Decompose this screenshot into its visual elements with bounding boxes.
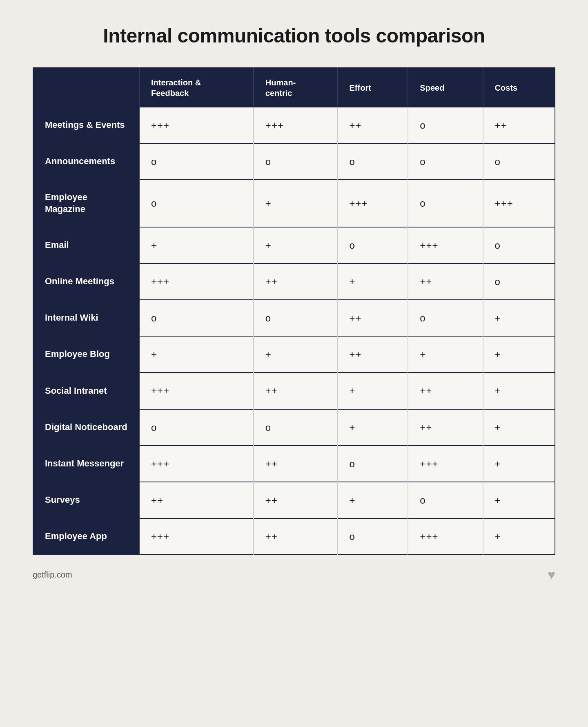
row-speed-value: ++ — [408, 409, 483, 446]
comparison-table-wrapper: Interaction &Feedback Human-centric Effo… — [33, 67, 555, 555]
row-speed-value: o — [408, 143, 483, 180]
row-effort-value: o — [338, 518, 408, 555]
footer: getflip.com ♥ — [33, 567, 555, 582]
row-human-value: o — [254, 409, 338, 446]
row-tool-label: Employee Blog — [33, 336, 139, 372]
row-tool-label: Surveys — [33, 482, 139, 518]
row-interaction-value: +++ — [139, 446, 254, 482]
row-effort-value: +++ — [338, 180, 408, 227]
row-human-value: + — [254, 180, 338, 227]
row-costs-value: + — [483, 482, 555, 518]
row-costs-value: o — [483, 227, 555, 263]
table-row: Internal Wikioo++o+ — [33, 300, 555, 336]
row-human-value: ++ — [254, 518, 338, 555]
row-human-value: ++ — [254, 263, 338, 300]
table-row: Online Meetings++++++++o — [33, 263, 555, 300]
header-tool — [33, 68, 139, 107]
table-row: EmployeeMagazineo++++o+++ — [33, 180, 555, 227]
row-speed-value: o — [408, 482, 483, 518]
row-effort-value: ++ — [338, 336, 408, 372]
header-interaction: Interaction &Feedback — [139, 68, 254, 107]
row-tool-label: Social Intranet — [33, 372, 139, 409]
table-row: Instant Messenger+++++o++++ — [33, 446, 555, 482]
row-speed-value: +++ — [408, 518, 483, 555]
table-header: Interaction &Feedback Human-centric Effo… — [33, 68, 555, 107]
row-speed-value: +++ — [408, 446, 483, 482]
comparison-table: Interaction &Feedback Human-centric Effo… — [33, 67, 555, 555]
row-interaction-value: + — [139, 336, 254, 372]
row-speed-value: ++ — [408, 372, 483, 409]
row-speed-value: o — [408, 300, 483, 336]
row-human-value: ++ — [254, 482, 338, 518]
row-effort-value: ++ — [338, 107, 408, 143]
header-human: Human-centric — [254, 68, 338, 107]
row-interaction-value: o — [139, 409, 254, 446]
row-interaction-value: o — [139, 300, 254, 336]
row-interaction-value: + — [139, 227, 254, 263]
table-row: Social Intranet+++++++++ — [33, 372, 555, 409]
row-tool-label: Meetings & Events — [33, 107, 139, 143]
footer-logo-icon: ♥ — [548, 567, 555, 582]
row-interaction-value: ++ — [139, 482, 254, 518]
header-row: Interaction &Feedback Human-centric Effo… — [33, 68, 555, 107]
row-effort-value: + — [338, 372, 408, 409]
row-human-value: o — [254, 300, 338, 336]
row-effort-value: ++ — [338, 300, 408, 336]
row-human-value: +++ — [254, 107, 338, 143]
row-effort-value: o — [338, 446, 408, 482]
row-tool-label: Announcements — [33, 143, 139, 180]
row-tool-label: EmployeeMagazine — [33, 180, 139, 227]
row-costs-value: + — [483, 300, 555, 336]
header-costs: Costs — [483, 68, 555, 107]
footer-brand: getflip.com — [33, 570, 72, 580]
row-speed-value: + — [408, 336, 483, 372]
row-effort-value: o — [338, 227, 408, 263]
table-row: Surveys+++++o+ — [33, 482, 555, 518]
row-human-value: o — [254, 143, 338, 180]
row-costs-value: o — [483, 143, 555, 180]
row-tool-label: Instant Messenger — [33, 446, 139, 482]
table-row: Email++o+++o — [33, 227, 555, 263]
table-body: Meetings & Events++++++++o++Announcement… — [33, 107, 555, 555]
row-interaction-value: +++ — [139, 518, 254, 555]
row-interaction-value: o — [139, 143, 254, 180]
row-effort-value: + — [338, 409, 408, 446]
row-speed-value: ++ — [408, 263, 483, 300]
row-interaction-value: +++ — [139, 263, 254, 300]
row-tool-label: Online Meetings — [33, 263, 139, 300]
row-tool-label: Email — [33, 227, 139, 263]
row-costs-value: + — [483, 409, 555, 446]
page-title: Internal communication tools comparison — [103, 25, 485, 47]
row-speed-value: o — [408, 180, 483, 227]
row-effort-value: + — [338, 482, 408, 518]
row-human-value: ++ — [254, 372, 338, 409]
row-interaction-value: +++ — [139, 107, 254, 143]
row-human-value: + — [254, 227, 338, 263]
row-human-value: + — [254, 336, 338, 372]
table-row: Announcementsooooo — [33, 143, 555, 180]
row-costs-value: + — [483, 336, 555, 372]
row-costs-value: o — [483, 263, 555, 300]
table-row: Meetings & Events++++++++o++ — [33, 107, 555, 143]
row-speed-value: +++ — [408, 227, 483, 263]
header-speed: Speed — [408, 68, 483, 107]
row-costs-value: +++ — [483, 180, 555, 227]
row-costs-value: + — [483, 518, 555, 555]
row-interaction-value: +++ — [139, 372, 254, 409]
row-tool-label: Internal Wiki — [33, 300, 139, 336]
row-interaction-value: o — [139, 180, 254, 227]
row-tool-label: Digital Noticeboard — [33, 409, 139, 446]
row-tool-label: Employee App — [33, 518, 139, 555]
row-effort-value: + — [338, 263, 408, 300]
row-effort-value: o — [338, 143, 408, 180]
row-costs-value: + — [483, 372, 555, 409]
row-speed-value: o — [408, 107, 483, 143]
row-human-value: ++ — [254, 446, 338, 482]
row-costs-value: + — [483, 446, 555, 482]
table-row: Employee App+++++o++++ — [33, 518, 555, 555]
table-row: Employee Blog++++++ — [33, 336, 555, 372]
table-row: Digital Noticeboardoo++++ — [33, 409, 555, 446]
row-costs-value: ++ — [483, 107, 555, 143]
header-effort: Effort — [338, 68, 408, 107]
